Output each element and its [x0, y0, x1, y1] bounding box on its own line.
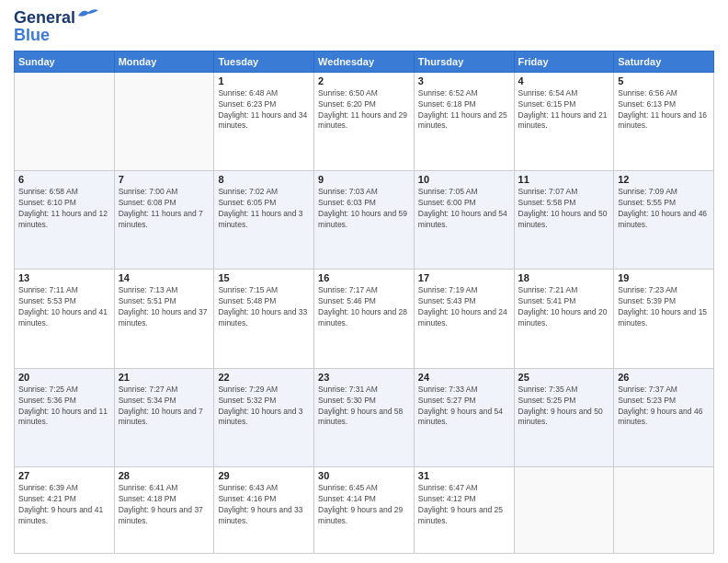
sunset-label: Sunset: 6:08 PM	[119, 198, 176, 207]
header-monday: Monday	[114, 51, 214, 72]
day-info: Sunrise: 7:07 AM Sunset: 5:58 PM Dayligh…	[518, 187, 610, 231]
day-info: Sunrise: 7:15 AM Sunset: 5:48 PM Dayligh…	[218, 285, 310, 329]
daylight-label: Daylight: 11 hours and 12 minutes.	[18, 209, 108, 229]
sunrise-label: Sunrise: 7:31 AM	[318, 385, 378, 394]
calendar-cell: 4 Sunrise: 6:54 AM Sunset: 6:15 PM Dayli…	[514, 72, 614, 170]
day-number: 15	[218, 272, 310, 283]
sunset-label: Sunset: 4:12 PM	[418, 494, 476, 503]
calendar-cell	[15, 72, 115, 170]
day-number: 23	[318, 372, 410, 383]
sunset-label: Sunset: 5:39 PM	[618, 296, 676, 305]
daylight-label: Daylight: 11 hours and 7 minutes.	[119, 209, 203, 229]
sunrise-label: Sunrise: 6:56 AM	[618, 88, 677, 98]
day-number: 18	[518, 272, 610, 283]
daylight-label: Daylight: 10 hours and 54 minutes.	[418, 209, 507, 229]
calendar-cell: 16 Sunrise: 7:17 AM Sunset: 5:46 PM Dayl…	[314, 270, 415, 368]
calendar-cell: 24 Sunrise: 7:33 AM Sunset: 5:27 PM Dayl…	[414, 368, 514, 466]
sunset-label: Sunset: 5:27 PM	[418, 396, 476, 405]
sunrise-label: Sunrise: 7:23 AM	[618, 285, 677, 294]
day-info: Sunrise: 7:03 AM Sunset: 6:03 PM Dayligh…	[318, 187, 410, 231]
daylight-label: Daylight: 9 hours and 25 minutes.	[418, 505, 503, 525]
sunrise-label: Sunrise: 7:07 AM	[518, 187, 578, 196]
sunrise-label: Sunrise: 6:54 AM	[518, 88, 578, 98]
day-info: Sunrise: 7:37 AM Sunset: 5:23 PM Dayligh…	[618, 385, 710, 429]
sunset-label: Sunset: 5:46 PM	[318, 296, 376, 305]
daylight-label: Daylight: 9 hours and 37 minutes.	[119, 505, 203, 525]
calendar-cell: 31 Sunrise: 6:47 AM Sunset: 4:12 PM Dayl…	[414, 467, 514, 554]
sunset-label: Sunset: 6:13 PM	[618, 99, 676, 109]
header-tuesday: Tuesday	[214, 51, 314, 72]
calendar-table: Sunday Monday Tuesday Wednesday Thursday…	[14, 51, 714, 554]
day-number: 21	[119, 372, 210, 383]
daylight-label: Daylight: 9 hours and 54 minutes.	[418, 407, 503, 427]
sunset-label: Sunset: 5:43 PM	[418, 296, 476, 305]
sunset-label: Sunset: 5:36 PM	[18, 396, 76, 405]
day-info: Sunrise: 6:58 AM Sunset: 6:10 PM Dayligh…	[18, 187, 110, 231]
day-number: 11	[518, 174, 610, 185]
sunset-label: Sunset: 4:21 PM	[18, 494, 76, 503]
calendar-cell: 1 Sunrise: 6:48 AM Sunset: 6:23 PM Dayli…	[214, 72, 314, 170]
daylight-label: Daylight: 11 hours and 21 minutes.	[518, 110, 608, 131]
sunrise-label: Sunrise: 7:17 AM	[318, 285, 378, 294]
calendar-cell: 13 Sunrise: 7:11 AM Sunset: 5:53 PM Dayl…	[15, 270, 115, 368]
day-number: 28	[119, 470, 210, 481]
sunrise-label: Sunrise: 6:50 AM	[318, 88, 378, 98]
calendar-cell: 17 Sunrise: 7:19 AM Sunset: 5:43 PM Dayl…	[414, 270, 514, 368]
sunset-label: Sunset: 5:51 PM	[119, 296, 176, 305]
day-info: Sunrise: 6:47 AM Sunset: 4:12 PM Dayligh…	[418, 483, 510, 527]
sunrise-label: Sunrise: 7:09 AM	[618, 187, 677, 196]
sunset-label: Sunset: 5:55 PM	[618, 198, 676, 207]
day-number: 12	[618, 174, 710, 185]
calendar-cell: 12 Sunrise: 7:09 AM Sunset: 5:55 PM Dayl…	[614, 171, 714, 270]
daylight-label: Daylight: 11 hours and 3 minutes.	[218, 209, 302, 229]
calendar-cell: 18 Sunrise: 7:21 AM Sunset: 5:41 PM Dayl…	[514, 270, 614, 368]
sunrise-label: Sunrise: 7:13 AM	[119, 285, 178, 294]
calendar-cell: 6 Sunrise: 6:58 AM Sunset: 6:10 PM Dayli…	[15, 171, 115, 270]
header-saturday: Saturday	[614, 51, 714, 72]
sunset-label: Sunset: 5:34 PM	[119, 396, 176, 405]
day-number: 8	[218, 174, 310, 185]
sunset-label: Sunset: 6:05 PM	[218, 198, 276, 207]
logo: General Blue	[14, 9, 98, 45]
day-info: Sunrise: 7:25 AM Sunset: 5:36 PM Dayligh…	[18, 385, 110, 429]
sunset-label: Sunset: 4:18 PM	[119, 494, 176, 503]
day-number: 29	[218, 470, 310, 481]
sunrise-label: Sunrise: 7:00 AM	[119, 187, 178, 196]
daylight-label: Daylight: 10 hours and 3 minutes.	[218, 407, 302, 427]
day-number: 2	[318, 75, 410, 86]
sunrise-label: Sunrise: 7:29 AM	[218, 385, 278, 394]
day-number: 27	[18, 470, 110, 481]
daylight-label: Daylight: 9 hours and 50 minutes.	[518, 407, 603, 427]
day-number: 24	[418, 372, 510, 383]
calendar-cell: 30 Sunrise: 6:45 AM Sunset: 4:14 PM Dayl…	[314, 467, 415, 554]
calendar-cell: 3 Sunrise: 6:52 AM Sunset: 6:18 PM Dayli…	[414, 72, 514, 170]
calendar-page: General Blue Sunday Monday Tuesday Wedne…	[0, 0, 728, 563]
day-info: Sunrise: 7:11 AM Sunset: 5:53 PM Dayligh…	[18, 285, 110, 329]
day-number: 25	[518, 372, 610, 383]
day-number: 4	[518, 75, 610, 86]
sunrise-label: Sunrise: 6:39 AM	[18, 483, 78, 492]
day-number: 13	[18, 272, 110, 283]
sunrise-label: Sunrise: 7:27 AM	[119, 385, 178, 394]
calendar-cell: 28 Sunrise: 6:41 AM Sunset: 4:18 PM Dayl…	[114, 467, 214, 554]
header-thursday: Thursday	[414, 51, 514, 72]
day-number: 7	[119, 174, 210, 185]
calendar-cell: 19 Sunrise: 7:23 AM Sunset: 5:39 PM Dayl…	[614, 270, 714, 368]
day-number: 22	[218, 372, 310, 383]
logo-blue: Blue	[14, 26, 50, 45]
sunrise-label: Sunrise: 7:15 AM	[218, 285, 278, 294]
sunset-label: Sunset: 5:58 PM	[518, 198, 576, 207]
day-info: Sunrise: 7:09 AM Sunset: 5:55 PM Dayligh…	[618, 187, 710, 231]
day-number: 6	[18, 174, 110, 185]
daylight-label: Daylight: 10 hours and 15 minutes.	[618, 307, 707, 327]
sunrise-label: Sunrise: 7:33 AM	[418, 385, 478, 394]
day-info: Sunrise: 6:54 AM Sunset: 6:15 PM Dayligh…	[518, 88, 610, 132]
sunrise-label: Sunrise: 6:58 AM	[18, 187, 78, 196]
sunset-label: Sunset: 6:03 PM	[318, 198, 376, 207]
sunset-label: Sunset: 5:48 PM	[218, 296, 276, 305]
day-number: 19	[618, 272, 710, 283]
day-info: Sunrise: 7:27 AM Sunset: 5:34 PM Dayligh…	[119, 385, 210, 429]
day-info: Sunrise: 7:19 AM Sunset: 5:43 PM Dayligh…	[418, 285, 510, 329]
header-friday: Friday	[514, 51, 614, 72]
header-wednesday: Wednesday	[314, 51, 415, 72]
